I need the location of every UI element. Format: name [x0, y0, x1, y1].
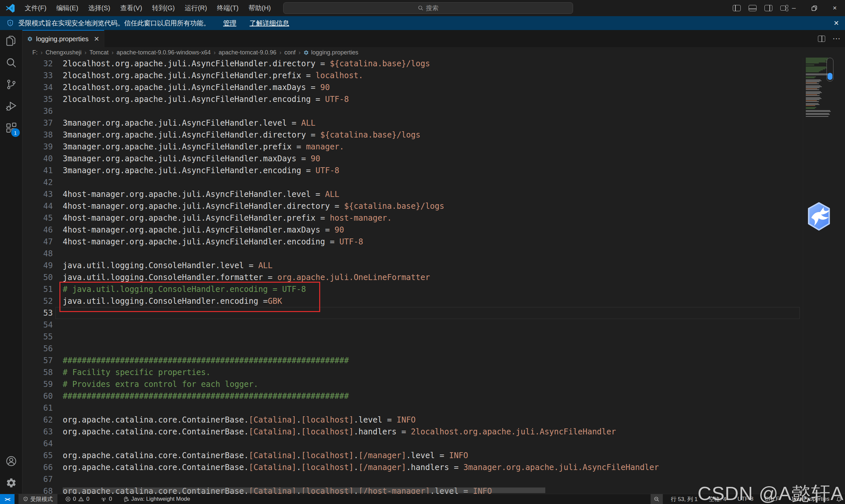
breadcrumb-item[interactable]: apache-tomcat-9.0.96 [218, 49, 276, 56]
code-line[interactable]: 57######################################… [22, 355, 845, 366]
account-icon[interactable] [0, 450, 22, 472]
code-line[interactable]: 413manager.org.apache.juli.AsyncFileHand… [22, 165, 845, 177]
line-number: 57 [22, 355, 53, 366]
code-text: org.apache.catalina.core.ContainerBase.[… [63, 426, 845, 438]
code-line[interactable]: 54 [22, 319, 845, 331]
split-editor-icon[interactable] [818, 36, 825, 42]
code-line[interactable]: 434host-manager.org.apache.juli.AsyncFil… [22, 188, 845, 200]
tab-bar: logging.properties ✕ ⋯ [22, 30, 845, 47]
code-line[interactable]: 55 [22, 331, 845, 343]
code-line[interactable]: 444host-manager.org.apache.juli.AsyncFil… [22, 200, 845, 212]
close-window-button[interactable]: ✕ [825, 0, 845, 16]
code-line[interactable]: 62org.apache.catalina.core.ContainerBase… [22, 414, 845, 426]
code-line[interactable]: 59# Provides extra control for each logg… [22, 378, 845, 390]
code-line[interactable]: 48 [22, 248, 845, 259]
menu-item[interactable]: 查看(V) [115, 2, 147, 15]
code-line[interactable]: 63org.apache.catalina.core.ContainerBase… [22, 426, 845, 438]
menu-item[interactable]: 编辑(E) [52, 2, 84, 15]
minimap[interactable] [803, 58, 834, 494]
code-line[interactable]: 65org.apache.catalina.core.ContainerBase… [22, 450, 845, 462]
code-editor[interactable]: 322localhost.org.apache.juli.AsyncFileHa… [22, 58, 845, 494]
toggle-sidebar-icon[interactable] [733, 5, 741, 11]
code-line[interactable]: 58# Facility specific properties. [22, 366, 845, 378]
breadcrumb-file-gear-icon [303, 50, 309, 55]
code-line[interactable]: 403manager.org.apache.juli.AsyncFileHand… [22, 153, 845, 165]
line-number: 53 [22, 307, 53, 319]
code-line[interactable]: 474host-manager.org.apache.juli.AsyncFil… [22, 236, 845, 248]
run-debug-icon[interactable] [0, 95, 22, 117]
settings-gear-icon[interactable] [0, 472, 22, 494]
line-number: 32 [22, 58, 53, 70]
code-line[interactable]: 464host-manager.org.apache.juli.AsyncFil… [22, 224, 845, 236]
code-line[interactable]: 61 [22, 402, 845, 414]
more-actions-icon[interactable]: ⋯ [832, 34, 840, 43]
menu-item[interactable]: 帮助(H) [244, 2, 276, 15]
thunder-floating-icon[interactable] [805, 202, 832, 231]
horizontal-scrollbar-thumb[interactable] [63, 487, 545, 493]
cursor-position-status[interactable]: 行 53, 列 1 [667, 494, 701, 504]
code-line[interactable]: 60######################################… [22, 390, 845, 402]
toggle-secondary-sidebar-icon[interactable] [764, 5, 772, 11]
breadcrumb-item[interactable]: logging.properties [311, 49, 358, 56]
code-line[interactable]: 454host-manager.org.apache.juli.AsyncFil… [22, 212, 845, 224]
minimize-button[interactable]: ─ [784, 0, 804, 16]
code-line[interactable]: 332localhost.org.apache.juli.AsyncFileHa… [22, 70, 845, 82]
code-text: 3manager.org.apache.juli.AsyncFileHandle… [63, 117, 845, 129]
code-line[interactable]: 36 [22, 105, 845, 117]
minimap-row [806, 85, 831, 85]
remote-indicator[interactable]: >< [0, 494, 15, 504]
search-sidebar-icon[interactable] [0, 52, 22, 74]
menu-item[interactable]: 选择(S) [83, 2, 115, 15]
code-line[interactable]: 373manager.org.apache.juli.AsyncFileHand… [22, 117, 845, 129]
code-line[interactable]: 393manager.org.apache.juli.AsyncFileHand… [22, 141, 845, 153]
menu-item[interactable]: 转到(G) [147, 2, 180, 15]
problems-status[interactable]: 0 0 [62, 494, 93, 504]
tab-close-icon[interactable]: ✕ [94, 35, 99, 43]
minimap-row [806, 95, 820, 96]
code-line[interactable]: 66org.apache.catalina.core.ContainerBase… [22, 462, 845, 473]
title-bar: 文件(F)编辑(E)选择(S)查看(V)转到(G)运行(R)终端(T)帮助(H)… [0, 0, 845, 16]
code-line[interactable]: 322localhost.org.apache.juli.AsyncFileHa… [22, 58, 845, 70]
code-line[interactable]: 342localhost.org.apache.juli.AsyncFileHa… [22, 82, 845, 93]
breadcrumb-item[interactable]: Chengxusheji [46, 49, 82, 56]
restore-button[interactable] [804, 0, 825, 16]
command-center-search[interactable]: 搜索 [283, 2, 573, 14]
zoom-status-icon[interactable] [651, 494, 663, 504]
code-line[interactable]: 64 [22, 438, 845, 450]
line-number: 34 [22, 82, 53, 93]
banner-learn-more-link[interactable]: 了解详细信息 [249, 19, 289, 28]
menu-item[interactable]: 文件(F) [20, 2, 52, 15]
menu-item[interactable]: 运行(R) [179, 2, 212, 15]
minimap-row [806, 92, 822, 93]
banner-close-icon[interactable]: ✕ [833, 16, 839, 30]
toggle-panel-icon[interactable] [749, 5, 757, 11]
breadcrumb-item[interactable]: F: [32, 49, 38, 56]
source-control-icon[interactable] [0, 74, 22, 95]
banner-text: 受限模式旨在实现安全地浏览代码。信任此窗口以启用所有功能。 [18, 19, 210, 28]
menu-bar: 文件(F)编辑(E)选择(S)查看(V)转到(G)运行(R)终端(T)帮助(H) [20, 2, 276, 15]
restricted-mode-status[interactable]: 受限模式 [18, 494, 57, 504]
code-line[interactable]: 352localhost.org.apache.juli.AsyncFileHa… [22, 93, 845, 105]
ports-status[interactable]: 0 [98, 494, 115, 504]
code-text: java.util.logging.ConsoleHandler.level =… [63, 259, 845, 271]
breadcrumb-item[interactable]: Tomcat [89, 49, 109, 56]
breadcrumb-item[interactable]: apache-tomcat-9.0.96-windows-x64 [117, 49, 211, 56]
banner-manage-link[interactable]: 管理 [223, 19, 236, 28]
menu-item[interactable]: 终端(T) [212, 2, 244, 15]
code-line[interactable]: 56 [22, 343, 845, 355]
line-number: 44 [22, 200, 53, 212]
code-line[interactable]: 49java.util.logging.ConsoleHandler.level… [22, 259, 845, 271]
code-line[interactable]: 383manager.org.apache.juli.AsyncFileHand… [22, 129, 845, 141]
explorer-icon[interactable] [0, 30, 22, 52]
csdn-watermark: CSDN @A懿轩A [698, 481, 844, 504]
java-mode-status[interactable]: Java: Lightweight Mode [120, 494, 193, 504]
line-number: 47 [22, 236, 53, 248]
tab-logging-properties[interactable]: logging.properties ✕ [22, 30, 104, 47]
minimap-row [806, 62, 827, 62]
extensions-icon[interactable]: 1 [0, 117, 22, 139]
minimap-row [806, 71, 821, 71]
code-line[interactable]: 42 [22, 177, 845, 188]
breadcrumb-item[interactable]: conf [284, 49, 295, 56]
search-placeholder: 搜索 [426, 4, 439, 13]
minimap-row [806, 87, 820, 88]
